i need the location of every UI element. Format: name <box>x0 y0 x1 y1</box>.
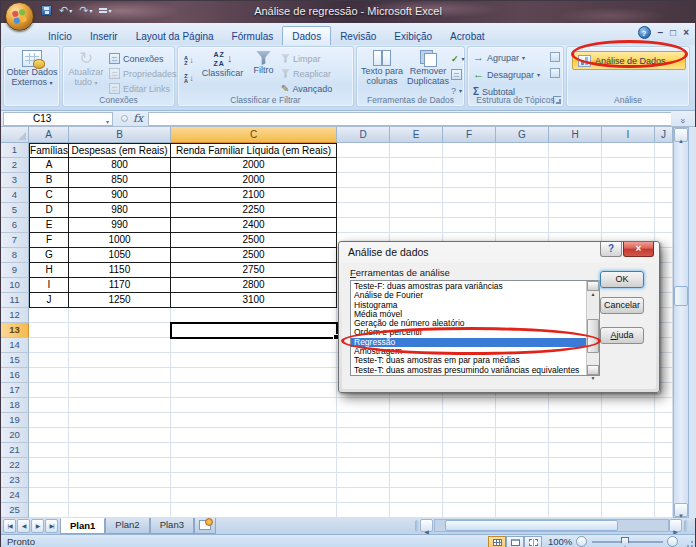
cell-c10[interactable]: 2800 <box>171 278 337 293</box>
tab-inserir[interactable]: Inserir <box>81 27 127 45</box>
save-button[interactable] <box>39 3 54 18</box>
sort-ascending-button[interactable]: AZ↓ <box>180 54 196 67</box>
cell-e25[interactable] <box>390 503 443 518</box>
cell-a9[interactable]: H <box>29 263 69 278</box>
cell-h20[interactable] <box>549 428 602 443</box>
cell-j25[interactable] <box>655 503 673 518</box>
cell-g24[interactable] <box>496 488 549 503</box>
column-header-a[interactable]: A <box>29 127 69 143</box>
sheet-tab-plan3[interactable]: Plan3 <box>150 518 194 534</box>
cell-e6[interactable] <box>390 218 443 233</box>
zoom-slider-thumb[interactable] <box>621 537 629 547</box>
cell-e24[interactable] <box>390 488 443 503</box>
cell-b19[interactable] <box>69 413 171 428</box>
cell-i6[interactable] <box>602 218 655 233</box>
column-header-e[interactable]: E <box>390 127 443 143</box>
cell-d20[interactable] <box>337 428 390 443</box>
cell-b12[interactable] <box>69 308 171 323</box>
cancel-button[interactable]: Cancelar <box>600 297 644 314</box>
consolidar-button[interactable] <box>451 68 465 81</box>
cell-g19[interactable] <box>496 413 549 428</box>
obter-dados-externos-button[interactable]: Obter Dados Externos ▾ <box>6 50 58 88</box>
close-button[interactable]: × <box>683 26 689 39</box>
sheet-tab-plan2[interactable]: Plan2 <box>105 518 149 534</box>
reaplicar-button[interactable]: Reaplicar <box>281 67 332 80</box>
column-header-d[interactable]: D <box>337 127 390 143</box>
cell-j5[interactable] <box>655 203 673 218</box>
row-header-8[interactable]: 8 <box>1 248 29 263</box>
cell-a25[interactable] <box>29 503 69 518</box>
selected-cell-outline[interactable] <box>170 322 338 339</box>
tab-layout-da-pagina[interactable]: Layout da Página <box>127 27 223 45</box>
analysis-tool-item-teste-f-duas-amostras-para-var[interactable]: Teste-F: duas amostras para variâncias <box>351 282 586 291</box>
ok-button[interactable]: OK <box>600 271 644 288</box>
cell-a4[interactable]: C <box>29 188 69 203</box>
minimize-button[interactable]: – <box>658 26 664 39</box>
analysis-tool-item-ordem-e-percentil[interactable]: Ordem e percentil <box>351 328 586 337</box>
row-header-4[interactable]: 4 <box>1 188 29 203</box>
agrupar-button[interactable]: →Agrupar▾ <box>473 51 525 64</box>
cell-g20[interactable] <box>496 428 549 443</box>
cell-c19[interactable] <box>171 413 337 428</box>
cell-h2[interactable] <box>549 158 602 173</box>
list-scroll-up-button[interactable]: ▲ <box>587 281 599 291</box>
column-header-i[interactable]: I <box>602 127 655 143</box>
cell-j19[interactable] <box>655 413 673 428</box>
cell-c5[interactable]: 2250 <box>171 203 337 218</box>
cell-j2[interactable] <box>655 158 673 173</box>
analysis-tool-item-teste-t-duas-amostras-presumin[interactable]: Teste-T: duas amostras presumindo variân… <box>351 366 586 375</box>
cell-b10[interactable]: 1170 <box>69 278 171 293</box>
scrollbar-split-handle[interactable] <box>684 520 688 532</box>
cell-d24[interactable] <box>337 488 390 503</box>
cell-d19[interactable] <box>337 413 390 428</box>
cell-d23[interactable] <box>337 473 390 488</box>
conexoes-button[interactable]: Conexões <box>109 52 177 65</box>
row-header-11[interactable]: 11 <box>1 293 29 308</box>
cell-h23[interactable] <box>549 473 602 488</box>
cell-a13[interactable] <box>29 323 69 338</box>
tab-exibicao[interactable]: Exibição <box>385 27 441 45</box>
cell-c23[interactable] <box>171 473 337 488</box>
cell-i1[interactable] <box>602 143 655 158</box>
cell-h25[interactable] <box>549 503 602 518</box>
cell-e19[interactable] <box>390 413 443 428</box>
cell-c7[interactable]: 2500 <box>171 233 337 248</box>
cell-b15[interactable] <box>69 353 171 368</box>
row-header-20[interactable]: 20 <box>1 428 29 443</box>
atualizar-tudo-button[interactable]: ↻ Atualizar tudo ▾ <box>65 50 107 88</box>
cell-i21[interactable] <box>602 443 655 458</box>
cell-f2[interactable] <box>443 158 496 173</box>
cell-c16[interactable] <box>171 368 337 383</box>
zoom-in-button[interactable]: + <box>667 536 678 547</box>
cell-h3[interactable] <box>549 173 602 188</box>
cell-a18[interactable] <box>29 398 69 413</box>
cell-c6[interactable]: 2400 <box>171 218 337 233</box>
cell-e18[interactable] <box>390 398 443 413</box>
tab-formulas[interactable]: Fórmulas <box>223 27 283 45</box>
cell-e22[interactable] <box>390 458 443 473</box>
horizontal-scroll-thumb[interactable] <box>445 520 618 531</box>
analysis-tool-item-analise-de-fourier[interactable]: Análise de Fourier <box>351 291 586 300</box>
cell-c18[interactable] <box>171 398 337 413</box>
analysis-tool-item-media-movel[interactable]: Média móvel <box>351 310 586 319</box>
cell-e3[interactable] <box>390 173 443 188</box>
cell-a3[interactable]: B <box>29 173 69 188</box>
cell-b9[interactable]: 1150 <box>69 263 171 278</box>
formula-input[interactable] <box>148 112 671 126</box>
sheet-tab-plan1[interactable]: Plan1 <box>60 518 105 534</box>
cell-c2[interactable]: 2000 <box>171 158 337 173</box>
help-button[interactable]: Ajuda <box>600 327 644 344</box>
cell-i2[interactable] <box>602 158 655 173</box>
cell-a14[interactable] <box>29 338 69 353</box>
cell-f22[interactable] <box>443 458 496 473</box>
cell-h19[interactable] <box>549 413 602 428</box>
row-header-6[interactable]: 6 <box>1 218 29 233</box>
analysis-tool-item-regressao[interactable]: Regressão <box>351 338 586 347</box>
restore-button[interactable]: □ <box>670 26 676 39</box>
dialog-help-button[interactable]: ? <box>600 242 622 257</box>
cell-j3[interactable] <box>655 173 673 188</box>
cell-a11[interactable]: J <box>29 293 69 308</box>
cell-a22[interactable] <box>29 458 69 473</box>
insert-function-icon[interactable]: fx <box>133 112 143 125</box>
cell-a8[interactable]: G <box>29 248 69 263</box>
